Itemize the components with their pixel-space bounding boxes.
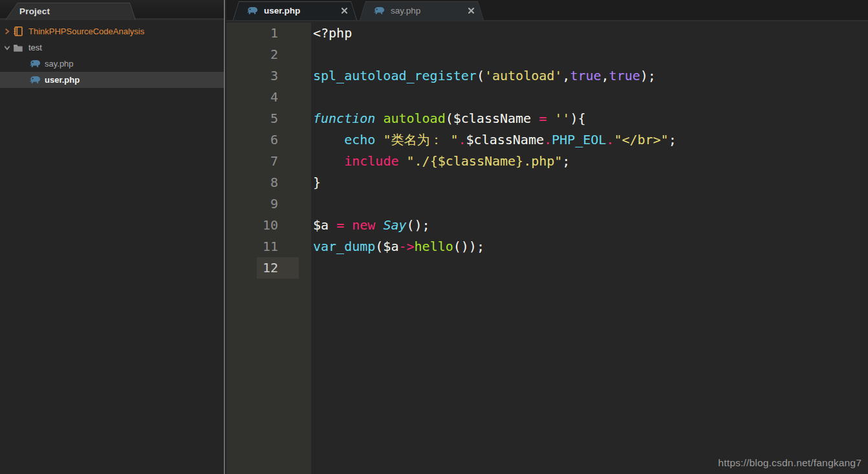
tree-item-label: say.php	[45, 59, 74, 69]
editor-body: 123456789101112 <?phpspl_autoload_regist…	[226, 23, 868, 474]
watermark: https://blog.csdn.net/fangkang7	[718, 457, 862, 469]
project-tab[interactable]: Project	[5, 3, 136, 20]
code-token: 'autoload'	[484, 68, 562, 83]
code-token: ();	[407, 217, 430, 233]
code-token	[344, 217, 352, 233]
tab-user.php[interactable]: user.php	[233, 1, 357, 20]
tab-content: user.php	[233, 1, 357, 20]
code-token	[375, 111, 383, 126]
sidebar-resize-handle[interactable]	[224, 0, 226, 474]
code-token: ;	[669, 132, 677, 147]
chevron-down-icon[interactable]	[3, 44, 13, 52]
code-area[interactable]: <?phpspl_autoload_register('autoload',tr…	[311, 23, 868, 474]
code-token: var_dump	[313, 239, 375, 254]
chevron-right-icon[interactable]	[3, 28, 13, 36]
tree-item-ThinkPHPSourceCodeAnalysis[interactable]: ThinkPHPSourceCodeAnalysis	[0, 23, 224, 39]
tree-item-label: test	[28, 43, 42, 52]
code-line[interactable]: function autoload($className = ''){	[313, 108, 868, 129]
code-token: $a	[313, 217, 336, 233]
line-number: 10	[226, 215, 311, 236]
close-icon[interactable]	[341, 7, 348, 14]
app-window: Project ThinkPHPSourceCodeAnalysistestsa…	[0, 0, 868, 474]
tab-say.php[interactable]: say.php	[360, 1, 484, 20]
code-line[interactable]	[313, 44, 868, 65]
code-token: ){	[570, 111, 585, 126]
editor-tab-bar: user.phpsay.php	[226, 0, 868, 21]
code-line[interactable]: spl_autoload_register('autoload',true,tr…	[313, 65, 868, 87]
code-token: echo	[344, 132, 375, 147]
tab-content: say.php	[360, 1, 484, 20]
tree-item-user.php[interactable]: user.php	[0, 72, 224, 88]
code-token: include	[344, 153, 398, 169]
gutter: 123456789101112	[226, 23, 311, 474]
code-token: hello	[415, 239, 453, 254]
code-token: $className	[466, 132, 544, 147]
line-number: 2	[226, 44, 311, 65]
code-token	[375, 132, 383, 147]
sidebar-header: Project	[0, 0, 224, 20]
code-line[interactable]: <?php	[313, 23, 868, 44]
code-line[interactable]	[313, 87, 868, 108]
line-number: 4	[226, 87, 311, 108]
code-token: =	[539, 111, 547, 126]
tree-item-label: ThinkPHPSourceCodeAnalysis	[28, 27, 144, 36]
code-token: (	[477, 68, 484, 83]
code-token: ,	[602, 68, 609, 83]
php-file-icon	[373, 6, 385, 16]
code-token: =	[336, 217, 344, 233]
close-icon[interactable]	[468, 7, 475, 14]
project-icon	[13, 26, 25, 37]
php-icon	[29, 59, 41, 69]
line-number: 9	[226, 193, 311, 215]
code-token	[398, 153, 406, 169]
tree-item-label: user.php	[45, 75, 80, 85]
code-line[interactable]: echo "类名为： ".$className.PHP_EOL."</br>";	[313, 129, 868, 151]
code-token: }	[313, 175, 321, 190]
line-number: 5	[226, 108, 311, 129]
code-line[interactable]	[313, 193, 868, 215]
code-token: ->	[398, 239, 414, 254]
code-token: "</br>"	[614, 132, 668, 147]
code-token: true	[609, 68, 640, 83]
code-token	[375, 217, 383, 233]
folder-icon	[13, 43, 25, 52]
code-line[interactable]	[313, 257, 868, 279]
code-token: autoload	[383, 111, 445, 126]
code-line[interactable]: include "./{$className}.php";	[313, 151, 868, 172]
code-token: ''	[554, 111, 570, 126]
line-number: 8	[226, 172, 311, 193]
code-token: function	[313, 111, 375, 126]
code-token: .	[606, 132, 614, 147]
code-line[interactable]: var_dump($a->hello());	[313, 236, 868, 257]
code-token: ;	[562, 153, 570, 169]
php-icon	[29, 75, 41, 85]
code-token: );	[640, 68, 656, 83]
code-token: "类名为： "	[383, 132, 458, 147]
code-token	[547, 111, 554, 126]
project-tab-label: Project	[19, 3, 50, 20]
tree-item-say.php[interactable]: say.php	[0, 56, 224, 72]
editor: user.phpsay.php 123456789101112 <?phpspl…	[226, 0, 868, 474]
code-token: <?php	[313, 25, 352, 41]
tab-label: user.php	[264, 6, 336, 16]
line-number: 7	[226, 151, 311, 172]
tree-item-test[interactable]: test	[0, 39, 224, 56]
line-number: 3	[226, 65, 311, 87]
code-token: .	[459, 132, 466, 147]
php-file-icon	[246, 6, 259, 16]
line-number: 12	[226, 257, 311, 279]
code-token: Say	[383, 217, 406, 233]
tab-label: say.php	[391, 6, 462, 16]
code-token: PHP_EOL	[552, 132, 606, 147]
file-tree: ThinkPHPSourceCodeAnalysistestsay.phpuse…	[0, 20, 224, 88]
code-line[interactable]: }	[313, 172, 868, 193]
line-number: 11	[226, 236, 311, 257]
code-token: ());	[453, 239, 484, 254]
sidebar: Project ThinkPHPSourceCodeAnalysistestsa…	[0, 0, 224, 474]
line-number: 6	[226, 129, 311, 151]
code-token: true	[570, 68, 601, 83]
code-line[interactable]: $a = new Say();	[313, 215, 868, 236]
code-token: "./{$className}.php"	[407, 153, 563, 169]
code-token: spl_autoload_register	[313, 68, 477, 83]
code-token	[313, 153, 344, 169]
